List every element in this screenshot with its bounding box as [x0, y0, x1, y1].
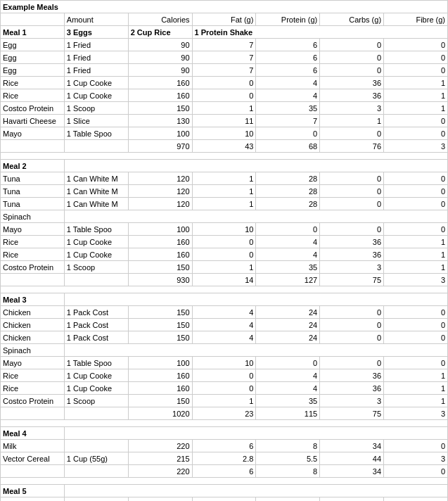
table-row: Mayo 1 Table Spoo 100 10 0 0 0 [1, 357, 448, 369]
item-fibre: 1 [384, 102, 448, 115]
table-row: Egg 1 Fried 90 7 6 0 0 [1, 39, 448, 51]
item-calories: 160 [128, 248, 192, 261]
item-amount: 1 Pack Cost [64, 306, 128, 319]
meal3-label-row: Meal 3 [1, 293, 448, 306]
item-carbs: 0 [320, 39, 384, 51]
item-name: Chicken [1, 306, 65, 319]
item-carbs: 0 [320, 51, 384, 64]
item-calories: 160 [128, 89, 192, 102]
item-name: Egg [1, 51, 65, 64]
spacer-row [1, 420, 448, 427]
meal1-sub-rice: 2 Cup Rice [128, 26, 192, 39]
item-amount: 1 Scoop [64, 261, 128, 274]
table-row: Rice 1 Cup Cooke 160 0 4 36 1 [1, 248, 448, 261]
table-row: Costco Protein 1 Scoop 150 1 35 3 1 [1, 395, 448, 407]
title-row: Example Meals [1, 1, 448, 13]
item-amount: 1 Can White M [64, 198, 128, 210]
total-empty [64, 140, 128, 153]
table-row: Chicken 1 Pack Cost 150 4 24 0 0 [1, 331, 448, 344]
item-fibre: 0 [384, 115, 448, 127]
item-carbs: 3 [320, 102, 384, 115]
item-fat: 11 [192, 115, 256, 127]
item-name: Milk [1, 440, 65, 452]
item-amount: 1 Cup Cooke [64, 89, 128, 102]
item-amount: 1 Slice [64, 115, 128, 127]
item-carbs: 3 [320, 261, 384, 274]
meal2-label: Meal 2 [1, 160, 65, 172]
meal1-sub-eggs: 3 Eggs [64, 26, 128, 39]
meal5-label: Meal 5 [1, 485, 65, 497]
item-fibre: 0 [384, 185, 448, 198]
item-calories: 100 [128, 223, 192, 236]
item-name: Rice [1, 77, 65, 89]
item-fat: 0 [192, 236, 256, 248]
item-name: Mayo [1, 357, 65, 369]
item-fibre: 1 [384, 261, 448, 274]
table-row: Chicken 1 Pack Cost 150 4 24 0 0 [1, 319, 448, 331]
item-fat: 1 [192, 198, 256, 210]
item-amount: 1 Cup Cooke [64, 248, 128, 261]
item-name: Egg [1, 64, 65, 77]
item-name: Rice [1, 89, 65, 102]
item-amount: 1 Cup Cooke [64, 236, 128, 248]
item-protein: 4 [256, 89, 320, 102]
item-name: Chicken [1, 331, 65, 344]
total-fat: 43 [192, 140, 256, 153]
item-carbs: 36 [320, 236, 384, 248]
item-fibre: 1 [384, 77, 448, 89]
meal5-label-row: Meal 5 [1, 485, 448, 497]
item-amount: 1 Table Spoo [64, 223, 128, 236]
total-fibre: 3 [384, 274, 448, 286]
item-carbs: 36 [320, 89, 384, 102]
table-row: Tuna 1 Can White M 120 1 28 0 0 [1, 172, 448, 185]
spacer-row [1, 286, 448, 293]
table-row: Spinach [1, 210, 448, 223]
item-fat: 7 [192, 39, 256, 51]
item-fat: 7 [192, 64, 256, 77]
item-calories: 160 [128, 77, 192, 89]
item-calories: 160 [128, 236, 192, 248]
table-row: Chicken 1 Pack Cost 150 4 24 0 0 [1, 306, 448, 319]
item-name: Costco Protein [1, 102, 65, 115]
item-name: Spinach [1, 210, 65, 223]
item-calories: 130 [128, 115, 192, 127]
item-amount: 1 Fried [64, 51, 128, 64]
item-protein: 6 [256, 51, 320, 64]
table-row: Vector Cereal 1 Cup (55g) 215 2.8 5.5 44… [1, 452, 448, 465]
table-row: Mayo 1 Table Spoo 100 10 0 0 0 [1, 223, 448, 236]
meal1-label-row: Meal 1 3 Eggs 2 Cup Rice 1 Protein Shake [1, 26, 448, 39]
item-fat: 1 [192, 185, 256, 198]
col-header-amount: Amount [64, 13, 128, 26]
item-calories: 120 [128, 198, 192, 210]
item-fat: 10 [192, 223, 256, 236]
total-calories: 970 [128, 140, 192, 153]
item-carbs: 0 [320, 198, 384, 210]
meals-table: Example Meals Amount Calories Fat (g) Pr… [0, 0, 448, 501]
item-name: Tuna [1, 185, 65, 198]
meal3-label: Meal 3 [1, 293, 65, 306]
col-header-fat: Fat (g) [192, 13, 256, 26]
item-fibre: 0 [384, 198, 448, 210]
item-fat: 1 [192, 261, 256, 274]
item-carbs: 0 [320, 185, 384, 198]
item-fat: 0 [192, 77, 256, 89]
item-protein: 28 [256, 185, 320, 198]
table-row: Rice 1 Cup Cooke 160 0 4 36 1 [1, 236, 448, 248]
total-fibre: 3 [384, 140, 448, 153]
total-protein: 68 [256, 140, 320, 153]
item-name: Egg [1, 39, 65, 51]
table-row: Milk 220 6 8 34 0 [1, 440, 448, 452]
meal3-total-row: 1020 23 115 75 3 [1, 407, 448, 420]
col-header-carbs: Carbs (g) [320, 13, 384, 26]
item-name: Costco Protein [1, 395, 65, 407]
item-name: Mayo [1, 127, 65, 140]
item-name: Chicken [1, 319, 65, 331]
item-protein: 4 [256, 248, 320, 261]
item-calories: 90 [128, 51, 192, 64]
item-amount: 1 Scoop [64, 102, 128, 115]
table-row: Rice 1 Cup Cooke 160 0 4 36 1 [1, 382, 448, 395]
item-amount: 1 Fried [64, 64, 128, 77]
item-fibre: 1 [384, 89, 448, 102]
item-name: Tuna [1, 198, 65, 210]
item-carbs: 1 [320, 115, 384, 127]
